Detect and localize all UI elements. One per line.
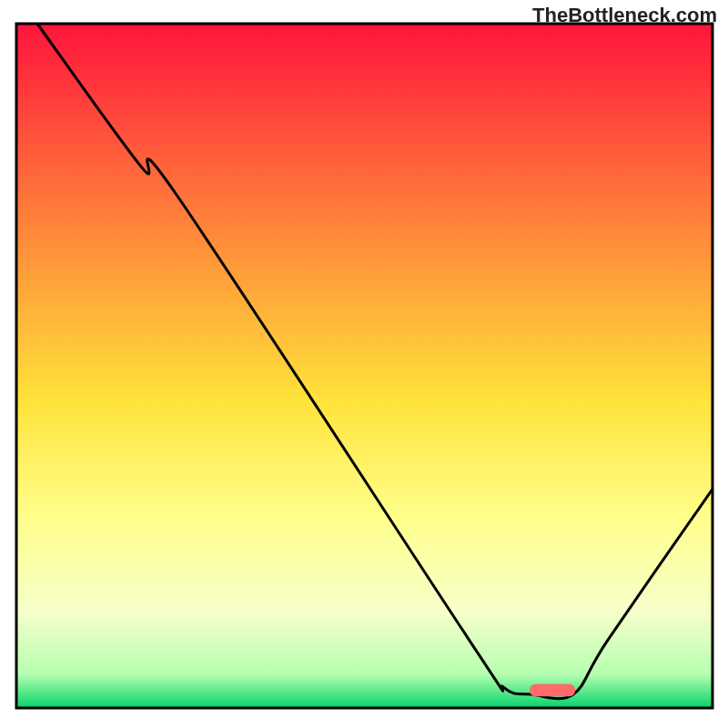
chart-svg — [0, 0, 728, 728]
chart-area — [0, 0, 728, 728]
gradient-background — [16, 24, 713, 708]
optimal-marker — [530, 684, 575, 697]
attribution-text: TheBottleneck.com — [532, 4, 717, 27]
